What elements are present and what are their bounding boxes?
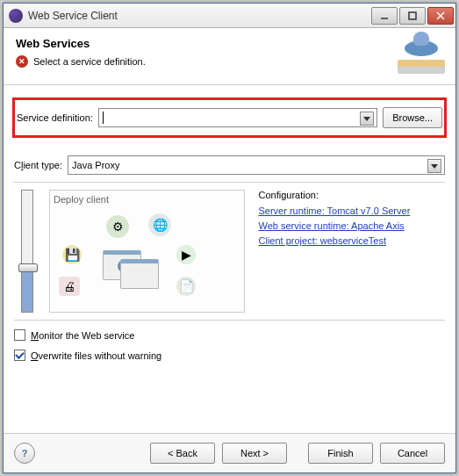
message-text: Select a service definition. <box>33 56 146 67</box>
page-title: Web Services <box>16 37 391 50</box>
monitor-checkbox[interactable] <box>14 329 25 341</box>
window-controls <box>371 7 454 25</box>
service-definition-combo[interactable] <box>98 108 377 127</box>
disk-icon: 💾 <box>62 245 82 264</box>
separator <box>14 320 445 321</box>
client-type-combo[interactable]: Java Proxy <box>68 155 445 175</box>
globe-icon: 🌐 <box>148 213 171 236</box>
server-runtime-link[interactable]: Server runtime: Tomcat v7.0 Server <box>259 206 446 216</box>
configuration-panel: Configuration: Server runtime: Tomcat v7… <box>254 190 446 313</box>
wizard-content: Service definition: Browse... Client typ… <box>4 85 455 433</box>
client-project-link[interactable]: Client project: webserviceTest <box>259 235 446 246</box>
ws-runtime-link[interactable]: Web service runtime: Apache Axis <box>259 220 446 231</box>
validation-message: ✕ Select a service definition. <box>16 55 391 68</box>
play-icon: ▶ <box>176 245 196 264</box>
window-title: Web Service Client <box>28 10 371 22</box>
document-icon: 📄 <box>176 277 196 296</box>
separator <box>14 182 445 183</box>
overwrite-checkbox[interactable] <box>14 350 25 361</box>
overwrite-checkbox-row: Overwrite files without warning <box>14 350 445 361</box>
wizard-header: Web Services ✕ Select a service definiti… <box>4 28 455 85</box>
client-type-label: Client type: <box>14 160 62 170</box>
cancel-button[interactable]: Cancel <box>380 443 445 464</box>
eclipse-icon <box>9 9 23 23</box>
hardware-icon: 🖨 <box>59 277 80 296</box>
monitor-checkbox-row: Monitor the Web service <box>14 329 445 341</box>
client-windows-icon <box>103 250 162 292</box>
next-button[interactable]: Next > <box>222 443 287 464</box>
client-type-value: Java Proxy <box>72 160 119 170</box>
minimize-button[interactable] <box>371 7 398 25</box>
chevron-down-icon[interactable] <box>360 112 374 126</box>
back-button[interactable]: < Back <box>150 443 215 464</box>
error-icon: ✕ <box>16 55 28 68</box>
dialog-window: Web Service Client Web Services ✕ Select… <box>3 3 456 473</box>
gear-icon: ⚙ <box>106 215 129 238</box>
svg-rect-1 <box>409 12 416 19</box>
configuration-title: Configuration: <box>259 190 446 200</box>
close-button[interactable] <box>427 7 454 25</box>
service-definition-label: Service definition: <box>17 112 93 123</box>
deployment-diagram: Deploy client ⚙ 🌐 ▶ 📄 💾 🖨 <box>49 190 245 313</box>
wizard-button-bar: ? < Back Next > Finish Cancel <box>4 433 455 472</box>
titlebar[interactable]: Web Service Client <box>4 4 455 28</box>
deploy-level-slider[interactable] <box>21 190 33 313</box>
overwrite-label: Overwrite files without warning <box>31 350 161 361</box>
wizard-banner-graphic <box>398 37 445 76</box>
monitor-label: Monitor the Web service <box>31 330 134 341</box>
maximize-button[interactable] <box>399 7 426 25</box>
diagram-title: Deploy client <box>54 194 240 205</box>
browse-button[interactable]: Browse... <box>383 107 442 128</box>
help-button[interactable]: ? <box>14 443 35 464</box>
slider-thumb[interactable] <box>18 263 38 272</box>
finish-button[interactable]: Finish <box>308 443 373 464</box>
chevron-down-icon[interactable] <box>427 159 441 173</box>
emphasis-box: Service definition: Browse... <box>12 97 447 138</box>
